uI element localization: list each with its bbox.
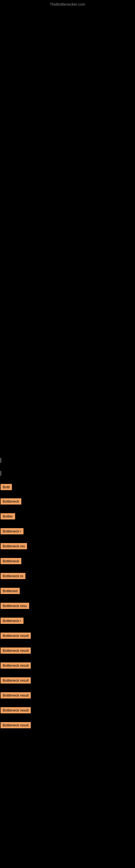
site-title: TheBottlenecker.com: [0, 0, 135, 8]
cursor-indicator-2: [1, 471, 1, 476]
bottleneck-item-8[interactable]: Bottlened: [1, 588, 20, 594]
bottleneck-item-12[interactable]: Bottleneck result: [1, 648, 31, 654]
bottleneck-item-1[interactable]: Bottl: [1, 484, 12, 490]
bottleneck-item-9[interactable]: Bottleneck resu: [1, 603, 29, 609]
bottleneck-item-6[interactable]: Bottleneck: [1, 558, 21, 564]
chart-area: [0, 8, 135, 458]
bottleneck-item-7[interactable]: Bottleneck re: [1, 573, 26, 579]
bottleneck-item-3[interactable]: Bottler: [1, 513, 15, 520]
bottleneck-item-16[interactable]: Bottleneck result: [1, 707, 31, 713]
bottleneck-item-15[interactable]: Bottleneck result: [1, 692, 31, 699]
bottleneck-item-11[interactable]: Bottleneck result: [1, 632, 31, 639]
bottleneck-item-17[interactable]: Bottleneck result: [1, 722, 31, 728]
bottleneck-item-2[interactable]: Bottleneck: [1, 498, 21, 504]
bottleneck-item-4[interactable]: Bottleneck r: [1, 528, 24, 534]
bottleneck-item-13[interactable]: Bottleneck result: [1, 662, 31, 669]
cursor-indicator-1: [1, 458, 1, 463]
bottleneck-item-10[interactable]: Bottleneck r: [1, 618, 24, 624]
bottleneck-item-14[interactable]: Bottleneck result: [1, 677, 31, 684]
bottleneck-item-5[interactable]: Bottleneck res: [1, 543, 27, 549]
